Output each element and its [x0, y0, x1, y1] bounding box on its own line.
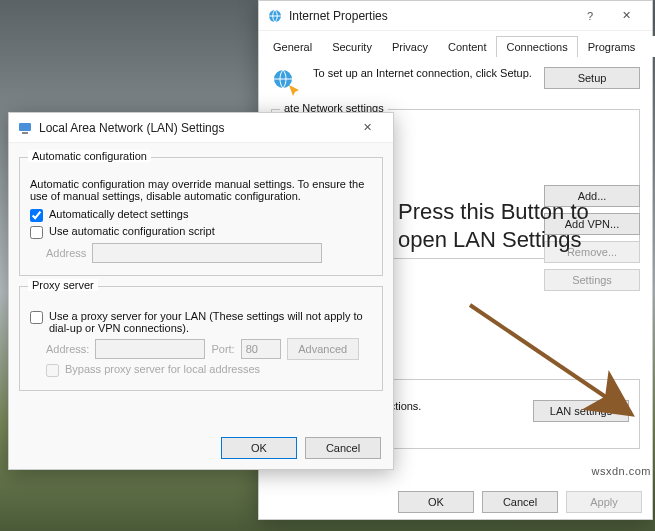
use-proxy-row[interactable]: Use a proxy server for your LAN (These s… [30, 310, 372, 334]
setup-text: To set up an Internet connection, click … [313, 67, 534, 81]
script-address-label: Address [46, 247, 86, 259]
ip-footer: OK Cancel Apply [398, 491, 642, 513]
proxy-advanced-button: Advanced [287, 338, 359, 360]
bypass-label: Bypass proxy server for local addresses [65, 363, 260, 375]
svg-rect-2 [19, 123, 31, 131]
tab-content[interactable]: Content [438, 36, 497, 57]
auto-script-checkbox[interactable] [30, 226, 43, 239]
auto-config-desc: Automatic configuration may override man… [30, 178, 372, 202]
lan-settings-button[interactable]: LAN settings [533, 400, 629, 422]
lan-body: Automatic configuration Automatic config… [9, 143, 393, 409]
ip-tabs: General Security Privacy Content Connect… [263, 31, 648, 57]
auto-script-row[interactable]: Use automatic configuration script [30, 225, 372, 239]
ip-cancel-button[interactable]: Cancel [482, 491, 558, 513]
lan-icon [17, 120, 33, 136]
use-proxy-label: Use a proxy server for your LAN (These s… [49, 310, 372, 334]
lan-titlebar[interactable]: Local Area Network (LAN) Settings ✕ [9, 113, 393, 143]
auto-detect-checkbox[interactable] [30, 209, 43, 222]
auto-config-group: Automatic configuration Automatic config… [19, 157, 383, 276]
proxy-group: Proxy server Use a proxy server for your… [19, 286, 383, 391]
tab-security[interactable]: Security [322, 36, 382, 57]
auto-config-title: Automatic configuration [28, 150, 151, 162]
add-vpn-button[interactable]: Add VPN... [544, 213, 640, 235]
auto-detect-label: Automatically detect settings [49, 208, 188, 220]
proxy-group-title: Proxy server [28, 279, 98, 291]
remove-button: Remove... [544, 241, 640, 263]
lan-ok-button[interactable]: OK [221, 437, 297, 459]
lan-title: Local Area Network (LAN) Settings [39, 121, 349, 135]
tab-general[interactable]: General [263, 36, 322, 57]
auto-detect-row[interactable]: Automatically detect settings [30, 208, 372, 222]
proxy-port-input [241, 339, 281, 359]
lan-settings-window: Local Area Network (LAN) Settings ✕ Auto… [8, 112, 394, 470]
svg-rect-3 [22, 132, 28, 134]
proxy-address-input [95, 339, 205, 359]
lan-footer: OK Cancel [221, 437, 381, 459]
tab-advanced[interactable]: Advanced [645, 36, 655, 57]
watermark: wsxdn.com [591, 465, 651, 477]
tab-programs[interactable]: Programs [578, 36, 646, 57]
ip-close-button[interactable]: ✕ [608, 2, 644, 30]
ip-title: Internet Properties [289, 9, 572, 23]
ip-side-buttons: Add... Add VPN... Remove... Settings [544, 185, 640, 291]
ip-ok-button[interactable]: OK [398, 491, 474, 513]
lan-close-button[interactable]: ✕ [349, 114, 385, 142]
use-proxy-checkbox[interactable] [30, 311, 43, 324]
script-address-input [92, 243, 322, 263]
ip-titlebar[interactable]: Internet Properties ? ✕ [259, 1, 652, 31]
connection-wizard-icon [271, 67, 303, 99]
bypass-row: Bypass proxy server for local addresses [46, 363, 372, 377]
lan-cancel-button[interactable]: Cancel [305, 437, 381, 459]
ip-help-button[interactable]: ? [572, 2, 608, 30]
ip-apply-button: Apply [566, 491, 642, 513]
settings-button: Settings [544, 269, 640, 291]
add-button[interactable]: Add... [544, 185, 640, 207]
bypass-checkbox [46, 364, 59, 377]
proxy-port-label: Port: [211, 343, 234, 355]
tab-connections[interactable]: Connections [496, 36, 577, 57]
tab-privacy[interactable]: Privacy [382, 36, 438, 57]
proxy-address-label: Address: [46, 343, 89, 355]
internet-options-icon [267, 8, 283, 24]
auto-script-label: Use automatic configuration script [49, 225, 215, 237]
setup-button[interactable]: Setup [544, 67, 640, 89]
